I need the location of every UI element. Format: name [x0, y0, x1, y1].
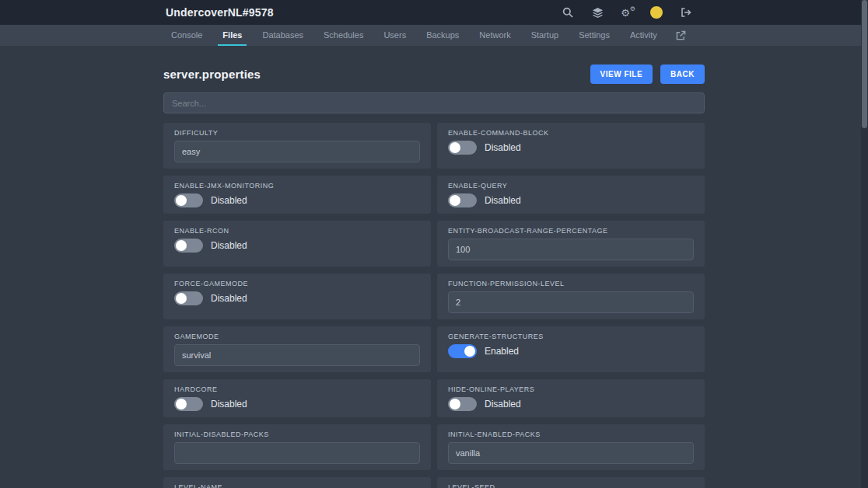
toggle-state-label: Disabled	[211, 195, 247, 206]
setting-label: DIFFICULTY	[174, 129, 420, 137]
toggle-row: Enabled	[448, 344, 694, 358]
gears-icon[interactable]: ⚙ ⚙	[621, 6, 633, 19]
setting-card-hide-online-players: HIDE-ONLINE-PLAYERSDisabled	[437, 379, 705, 417]
toggle-knob	[176, 195, 187, 206]
setting-card-enable-rcon: ENABLE-RCONDisabled	[163, 221, 431, 267]
tab-users[interactable]: Users	[379, 25, 411, 46]
setting-label: ENABLE-COMMAND-BLOCK	[448, 129, 694, 137]
search-input[interactable]	[163, 92, 705, 113]
toggle-row: Disabled	[174, 239, 420, 253]
view-file-button[interactable]: VIEW FILE	[590, 64, 653, 84]
setting-card-function-permission-level: FUNCTION-PERMISSION-LEVEL	[437, 274, 705, 319]
settings-grid: DIFFICULTYENABLE-COMMAND-BLOCKDisabledEN…	[163, 123, 705, 488]
toggle-row: Disabled	[174, 291, 420, 305]
setting-label: LEVEL-SEED	[448, 483, 694, 488]
toggle-knob	[176, 240, 187, 251]
setting-label: GAMEMODE	[174, 333, 420, 340]
toggle-row: Disabled	[448, 397, 694, 411]
setting-card-initial-disabled-packs: INITIAL-DISABLED-PACKS	[163, 424, 431, 470]
setting-card-enable-query: ENABLE-QUERYDisabled	[437, 176, 705, 214]
toggle-knob	[176, 399, 187, 410]
setting-card-enable-jmx-monitoring: ENABLE-JMX-MONITORINGDisabled	[163, 176, 431, 214]
setting-card-initial-enabled-packs: INITIAL-ENABLED-PACKS	[437, 424, 705, 470]
tab-console[interactable]: Console	[166, 25, 207, 46]
setting-toggle-generate-structures[interactable]	[448, 344, 477, 358]
toggle-row: Disabled	[174, 397, 420, 411]
toggle-state-label: Disabled	[485, 399, 521, 410]
setting-input-difficulty[interactable]	[174, 141, 420, 162]
scrollbar-track[interactable]	[861, 0, 868, 488]
tab-startup[interactable]: Startup	[527, 25, 563, 46]
setting-toggle-enable-query[interactable]	[448, 193, 477, 207]
setting-card-generate-structures: GENERATE-STRUCTURESEnabled	[437, 326, 705, 372]
setting-label: ENABLE-RCON	[174, 227, 420, 235]
back-button[interactable]: BACK	[660, 64, 705, 84]
setting-card-difficulty: DIFFICULTY	[163, 123, 431, 169]
tab-schedules[interactable]: Schedules	[319, 25, 368, 46]
avatar[interactable]	[650, 6, 663, 19]
toggle-row: Disabled	[174, 193, 420, 207]
setting-input-function-permission-level[interactable]	[448, 291, 694, 313]
navbar: ConsoleFilesDatabasesSchedulesUsersBacku…	[0, 25, 868, 46]
setting-card-force-gamemode: FORCE-GAMEMODEDisabled	[163, 274, 431, 319]
toggle-knob	[450, 399, 460, 410]
tab-backups[interactable]: Backups	[422, 25, 464, 46]
setting-card-entity-broadcast-range-percentage: ENTITY-BROADCAST-RANGE-PERCENTAGE	[437, 221, 705, 267]
toggle-state-label: Disabled	[485, 142, 521, 153]
setting-input-gamemode[interactable]	[174, 344, 420, 366]
tab-activity[interactable]: Activity	[625, 25, 662, 46]
setting-card-level-seed: LEVEL-SEED	[437, 477, 705, 488]
setting-input-initial-disabled-packs[interactable]	[174, 442, 420, 464]
setting-label: GENERATE-STRUCTURES	[448, 333, 694, 340]
setting-label: FORCE-GAMEMODE	[174, 280, 420, 288]
setting-toggle-hide-online-players[interactable]	[448, 397, 477, 411]
setting-card-hardcore: HARDCOREDisabled	[163, 379, 431, 417]
setting-toggle-enable-command-block[interactable]	[448, 141, 477, 155]
setting-toggle-force-gamemode[interactable]	[174, 291, 203, 305]
setting-input-entity-broadcast-range-percentage[interactable]	[448, 239, 694, 260]
tab-settings[interactable]: Settings	[574, 25, 614, 46]
toggle-state-label: Disabled	[211, 293, 247, 304]
toggle-knob	[450, 142, 460, 153]
setting-label: ENTITY-BROADCAST-RANGE-PERCENTAGE	[448, 227, 694, 235]
setting-label: LEVEL-NAME	[174, 483, 420, 488]
setting-label: FUNCTION-PERMISSION-LEVEL	[448, 280, 694, 288]
toggle-state-label: Disabled	[211, 399, 247, 410]
toggle-state-label: Enabled	[485, 346, 519, 357]
setting-label: HIDE-ONLINE-PLAYERS	[448, 385, 694, 393]
setting-card-enable-command-block: ENABLE-COMMAND-BLOCKDisabled	[437, 123, 705, 169]
setting-toggle-enable-rcon[interactable]	[174, 239, 203, 253]
tab-network[interactable]: Network	[474, 25, 515, 46]
layers-icon[interactable]	[591, 6, 604, 19]
page-header: server.properties VIEW FILE BACK	[163, 64, 705, 84]
server-title: UndercoverNL#9578	[0, 6, 274, 19]
logout-icon[interactable]	[680, 6, 692, 19]
toggle-row: Disabled	[448, 141, 694, 155]
setting-label: ENABLE-QUERY	[448, 182, 694, 190]
toggle-knob	[176, 293, 187, 304]
toggle-knob	[464, 346, 475, 357]
setting-label: INITIAL-DISABLED-PACKS	[174, 430, 420, 438]
setting-toggle-enable-jmx-monitoring[interactable]	[174, 193, 203, 207]
toggle-state-label: Disabled	[211, 240, 247, 251]
toggle-state-label: Disabled	[485, 195, 521, 206]
setting-card-gamemode: GAMEMODE	[163, 326, 431, 372]
search-icon[interactable]	[562, 6, 574, 19]
scrollbar-thumb[interactable]	[862, 0, 867, 128]
toggle-row: Disabled	[448, 193, 694, 207]
external-edit-icon[interactable]	[673, 25, 689, 46]
setting-card-level-name: LEVEL-NAME	[163, 477, 431, 488]
setting-label: HARDCORE	[174, 385, 420, 393]
nav-tabs: ConsoleFilesDatabasesSchedulesUsersBacku…	[163, 25, 705, 46]
setting-label: ENABLE-JMX-MONITORING	[174, 182, 420, 190]
topbar-icons: ⚙ ⚙	[562, 0, 692, 25]
topbar: UndercoverNL#9578 ⚙ ⚙	[0, 0, 868, 25]
page-title: server.properties	[163, 68, 261, 81]
tab-files[interactable]: Files	[218, 25, 247, 46]
tab-databases[interactable]: Databases	[257, 25, 308, 46]
setting-label: INITIAL-ENABLED-PACKS	[448, 430, 694, 438]
toggle-knob	[450, 195, 460, 206]
setting-input-initial-enabled-packs[interactable]	[448, 442, 694, 464]
main-content: server.properties VIEW FILE BACK DIFFICU…	[163, 46, 705, 488]
setting-toggle-hardcore[interactable]	[174, 397, 203, 411]
